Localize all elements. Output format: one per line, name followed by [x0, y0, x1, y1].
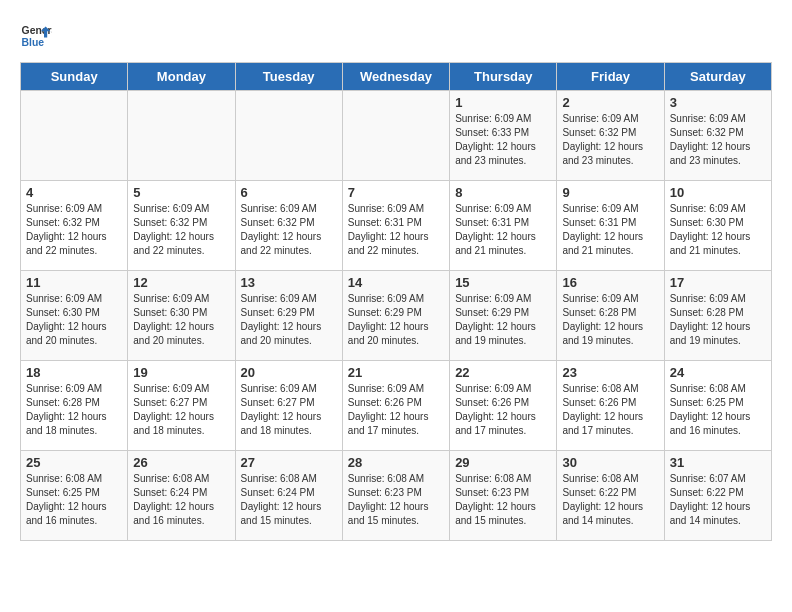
day-number: 28 — [348, 455, 444, 470]
day-number: 19 — [133, 365, 229, 380]
calendar-cell: 31Sunrise: 6:07 AM Sunset: 6:22 PM Dayli… — [664, 451, 771, 541]
day-number: 3 — [670, 95, 766, 110]
calendar-header: SundayMondayTuesdayWednesdayThursdayFrid… — [21, 63, 772, 91]
calendar-cell — [21, 91, 128, 181]
day-number: 18 — [26, 365, 122, 380]
logo: General Blue — [20, 20, 52, 52]
calendar-cell: 2Sunrise: 6:09 AM Sunset: 6:32 PM Daylig… — [557, 91, 664, 181]
day-info: Sunrise: 6:09 AM Sunset: 6:28 PM Dayligh… — [26, 382, 122, 438]
week-row-5: 25Sunrise: 6:08 AM Sunset: 6:25 PM Dayli… — [21, 451, 772, 541]
day-info: Sunrise: 6:07 AM Sunset: 6:22 PM Dayligh… — [670, 472, 766, 528]
calendar-cell: 13Sunrise: 6:09 AM Sunset: 6:29 PM Dayli… — [235, 271, 342, 361]
calendar-cell: 26Sunrise: 6:08 AM Sunset: 6:24 PM Dayli… — [128, 451, 235, 541]
day-number: 17 — [670, 275, 766, 290]
day-number: 13 — [241, 275, 337, 290]
day-number: 21 — [348, 365, 444, 380]
day-number: 9 — [562, 185, 658, 200]
day-number: 25 — [26, 455, 122, 470]
header-row: SundayMondayTuesdayWednesdayThursdayFrid… — [21, 63, 772, 91]
page-header: General Blue — [20, 20, 772, 52]
day-info: Sunrise: 6:08 AM Sunset: 6:22 PM Dayligh… — [562, 472, 658, 528]
week-row-1: 1Sunrise: 6:09 AM Sunset: 6:33 PM Daylig… — [21, 91, 772, 181]
calendar-cell: 14Sunrise: 6:09 AM Sunset: 6:29 PM Dayli… — [342, 271, 449, 361]
calendar-cell: 28Sunrise: 6:08 AM Sunset: 6:23 PM Dayli… — [342, 451, 449, 541]
day-info: Sunrise: 6:09 AM Sunset: 6:27 PM Dayligh… — [133, 382, 229, 438]
day-info: Sunrise: 6:09 AM Sunset: 6:30 PM Dayligh… — [670, 202, 766, 258]
day-info: Sunrise: 6:08 AM Sunset: 6:23 PM Dayligh… — [455, 472, 551, 528]
day-info: Sunrise: 6:08 AM Sunset: 6:23 PM Dayligh… — [348, 472, 444, 528]
calendar-cell: 16Sunrise: 6:09 AM Sunset: 6:28 PM Dayli… — [557, 271, 664, 361]
day-info: Sunrise: 6:09 AM Sunset: 6:31 PM Dayligh… — [455, 202, 551, 258]
day-header-monday: Monday — [128, 63, 235, 91]
calendar-cell — [128, 91, 235, 181]
calendar-cell: 11Sunrise: 6:09 AM Sunset: 6:30 PM Dayli… — [21, 271, 128, 361]
day-number: 12 — [133, 275, 229, 290]
day-number: 20 — [241, 365, 337, 380]
day-info: Sunrise: 6:08 AM Sunset: 6:25 PM Dayligh… — [670, 382, 766, 438]
day-number: 27 — [241, 455, 337, 470]
calendar-cell — [235, 91, 342, 181]
day-number: 11 — [26, 275, 122, 290]
day-number: 31 — [670, 455, 766, 470]
calendar-cell: 21Sunrise: 6:09 AM Sunset: 6:26 PM Dayli… — [342, 361, 449, 451]
calendar-cell: 4Sunrise: 6:09 AM Sunset: 6:32 PM Daylig… — [21, 181, 128, 271]
day-info: Sunrise: 6:09 AM Sunset: 6:32 PM Dayligh… — [670, 112, 766, 168]
week-row-2: 4Sunrise: 6:09 AM Sunset: 6:32 PM Daylig… — [21, 181, 772, 271]
calendar-cell: 30Sunrise: 6:08 AM Sunset: 6:22 PM Dayli… — [557, 451, 664, 541]
day-info: Sunrise: 6:09 AM Sunset: 6:29 PM Dayligh… — [455, 292, 551, 348]
day-number: 24 — [670, 365, 766, 380]
logo-icon: General Blue — [20, 20, 52, 52]
day-info: Sunrise: 6:09 AM Sunset: 6:32 PM Dayligh… — [241, 202, 337, 258]
calendar-cell: 19Sunrise: 6:09 AM Sunset: 6:27 PM Dayli… — [128, 361, 235, 451]
day-info: Sunrise: 6:09 AM Sunset: 6:28 PM Dayligh… — [562, 292, 658, 348]
calendar-cell: 29Sunrise: 6:08 AM Sunset: 6:23 PM Dayli… — [450, 451, 557, 541]
calendar-table: SundayMondayTuesdayWednesdayThursdayFrid… — [20, 62, 772, 541]
day-info: Sunrise: 6:09 AM Sunset: 6:31 PM Dayligh… — [348, 202, 444, 258]
day-header-sunday: Sunday — [21, 63, 128, 91]
day-number: 10 — [670, 185, 766, 200]
day-info: Sunrise: 6:09 AM Sunset: 6:26 PM Dayligh… — [455, 382, 551, 438]
calendar-cell: 1Sunrise: 6:09 AM Sunset: 6:33 PM Daylig… — [450, 91, 557, 181]
day-info: Sunrise: 6:08 AM Sunset: 6:25 PM Dayligh… — [26, 472, 122, 528]
week-row-4: 18Sunrise: 6:09 AM Sunset: 6:28 PM Dayli… — [21, 361, 772, 451]
day-info: Sunrise: 6:09 AM Sunset: 6:30 PM Dayligh… — [133, 292, 229, 348]
calendar-cell — [342, 91, 449, 181]
day-info: Sunrise: 6:09 AM Sunset: 6:33 PM Dayligh… — [455, 112, 551, 168]
day-number: 7 — [348, 185, 444, 200]
day-info: Sunrise: 6:09 AM Sunset: 6:27 PM Dayligh… — [241, 382, 337, 438]
svg-text:Blue: Blue — [22, 37, 45, 48]
day-header-tuesday: Tuesday — [235, 63, 342, 91]
day-number: 1 — [455, 95, 551, 110]
day-number: 22 — [455, 365, 551, 380]
day-header-wednesday: Wednesday — [342, 63, 449, 91]
calendar-cell: 6Sunrise: 6:09 AM Sunset: 6:32 PM Daylig… — [235, 181, 342, 271]
calendar-cell: 27Sunrise: 6:08 AM Sunset: 6:24 PM Dayli… — [235, 451, 342, 541]
day-header-saturday: Saturday — [664, 63, 771, 91]
day-number: 2 — [562, 95, 658, 110]
day-number: 8 — [455, 185, 551, 200]
day-number: 29 — [455, 455, 551, 470]
day-info: Sunrise: 6:08 AM Sunset: 6:26 PM Dayligh… — [562, 382, 658, 438]
day-info: Sunrise: 6:09 AM Sunset: 6:26 PM Dayligh… — [348, 382, 444, 438]
calendar-cell: 9Sunrise: 6:09 AM Sunset: 6:31 PM Daylig… — [557, 181, 664, 271]
day-number: 26 — [133, 455, 229, 470]
calendar-cell: 17Sunrise: 6:09 AM Sunset: 6:28 PM Dayli… — [664, 271, 771, 361]
day-info: Sunrise: 6:09 AM Sunset: 6:29 PM Dayligh… — [348, 292, 444, 348]
day-info: Sunrise: 6:09 AM Sunset: 6:28 PM Dayligh… — [670, 292, 766, 348]
calendar-cell: 5Sunrise: 6:09 AM Sunset: 6:32 PM Daylig… — [128, 181, 235, 271]
calendar-cell: 12Sunrise: 6:09 AM Sunset: 6:30 PM Dayli… — [128, 271, 235, 361]
day-info: Sunrise: 6:09 AM Sunset: 6:29 PM Dayligh… — [241, 292, 337, 348]
calendar-cell: 10Sunrise: 6:09 AM Sunset: 6:30 PM Dayli… — [664, 181, 771, 271]
calendar-cell: 8Sunrise: 6:09 AM Sunset: 6:31 PM Daylig… — [450, 181, 557, 271]
day-info: Sunrise: 6:09 AM Sunset: 6:32 PM Dayligh… — [133, 202, 229, 258]
day-info: Sunrise: 6:08 AM Sunset: 6:24 PM Dayligh… — [133, 472, 229, 528]
calendar-cell: 25Sunrise: 6:08 AM Sunset: 6:25 PM Dayli… — [21, 451, 128, 541]
day-number: 15 — [455, 275, 551, 290]
day-info: Sunrise: 6:09 AM Sunset: 6:30 PM Dayligh… — [26, 292, 122, 348]
day-number: 16 — [562, 275, 658, 290]
day-header-thursday: Thursday — [450, 63, 557, 91]
calendar-cell: 20Sunrise: 6:09 AM Sunset: 6:27 PM Dayli… — [235, 361, 342, 451]
calendar-body: 1Sunrise: 6:09 AM Sunset: 6:33 PM Daylig… — [21, 91, 772, 541]
day-info: Sunrise: 6:09 AM Sunset: 6:32 PM Dayligh… — [26, 202, 122, 258]
day-header-friday: Friday — [557, 63, 664, 91]
